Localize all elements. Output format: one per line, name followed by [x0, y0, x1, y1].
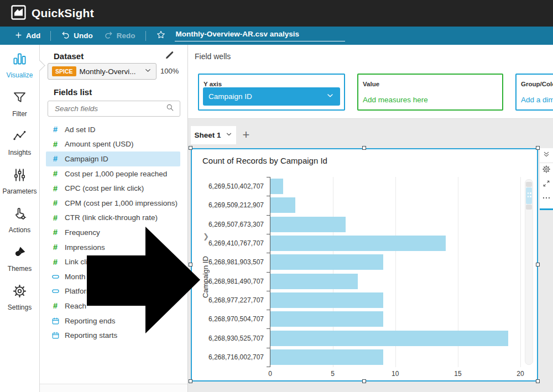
- chart-title: Count of Records by Campaign Id: [202, 156, 327, 165]
- axis-tick: [267, 310, 270, 310]
- field-item[interactable]: #Amount spent (USD): [46, 137, 180, 152]
- field-item[interactable]: #CPM (cost per 1,000 impressions): [46, 196, 180, 211]
- chevron-down-icon: [225, 130, 233, 140]
- axis-tick: [267, 234, 270, 234]
- expand-visual-button[interactable]: [540, 177, 553, 192]
- analysis-title-input[interactable]: Monthly-Overview-AR.csv analysis: [175, 30, 345, 41]
- y-tick-label: 6,269,509,212,907: [199, 201, 264, 209]
- scrollbar-grip-bottom[interactable]: [526, 205, 532, 210]
- selection-handle[interactable]: [536, 263, 540, 266]
- visual-options-button[interactable]: [540, 192, 553, 206]
- bar[interactable]: [270, 197, 295, 213]
- scrollbar-thumb[interactable]: [526, 187, 532, 204]
- funnel-icon: [12, 90, 27, 107]
- sidebar-item-themes[interactable]: Themes: [0, 238, 39, 277]
- field-item[interactable]: #Ad set ID: [46, 122, 180, 137]
- group-color-field-well[interactable]: Group/Color Add a dime: [515, 74, 553, 111]
- field-item[interactable]: #Link clicks: [46, 254, 180, 269]
- axis-tick: [267, 177, 270, 177]
- x-tick-label: 20: [511, 370, 530, 378]
- field-wells-bar: Field wells Y axis Campaign ID Value Add…: [188, 45, 553, 119]
- dataset-heading: Dataset: [54, 51, 84, 61]
- toolbar-divider: [145, 31, 146, 41]
- bar[interactable]: [270, 311, 383, 327]
- selection-handle[interactable]: [189, 379, 192, 383]
- paintbrush-icon: [12, 245, 27, 262]
- field-item[interactable]: #Reach: [46, 299, 180, 313]
- campaign-id-field-pill[interactable]: Campaign ID: [203, 87, 340, 106]
- sheet-tab[interactable]: Sheet 1: [191, 126, 236, 144]
- field-item[interactable]: #CTR (link click-through rate): [46, 211, 180, 226]
- bar[interactable]: [270, 274, 358, 289]
- sidebar-item-insights[interactable]: Insights: [0, 122, 39, 161]
- field-item[interactable]: Month: [46, 269, 180, 284]
- fields-panel-footer: [40, 384, 187, 392]
- field-item[interactable]: #CPC (cost per link click): [46, 181, 180, 196]
- edit-dataset-pencil-icon[interactable]: [164, 49, 175, 63]
- bar-chart-visual[interactable]: Count of Records by Campaign Id ❯ Campai…: [191, 148, 538, 381]
- toolbar-divider: [50, 31, 51, 41]
- field-item[interactable]: Reporting ends: [46, 313, 180, 328]
- dataset-selector-dropdown[interactable]: SPICE Monthly-Overvi...: [48, 63, 156, 80]
- field-item[interactable]: #Impressions: [46, 240, 180, 255]
- sidebar-item-actions[interactable]: Actions: [0, 200, 39, 238]
- sidebar-item-parameters[interactable]: Parameters: [0, 161, 39, 200]
- selection-handle[interactable]: [536, 379, 540, 383]
- sidebar-item-settings[interactable]: Settings: [0, 277, 39, 316]
- value-field-well[interactable]: Value Add measures here: [357, 74, 503, 111]
- axis-tick: [267, 348, 270, 348]
- bar[interactable]: [270, 292, 383, 308]
- sidebar-item-filter[interactable]: Filter: [0, 83, 39, 122]
- expand-icon: [542, 179, 551, 190]
- field-item[interactable]: #Cost per 1,000 people reached: [46, 166, 180, 181]
- quicksight-logo-icon: [11, 5, 26, 22]
- bar[interactable]: [270, 331, 508, 346]
- value-well-placeholder: Add measures here: [363, 96, 498, 104]
- y-axis-field-well[interactable]: Y axis Campaign ID: [198, 74, 345, 111]
- field-item[interactable]: Platform: [46, 284, 180, 299]
- y-tick-label: 6,269,507,673,307: [199, 221, 264, 228]
- add-sheet-button[interactable]: +: [239, 127, 253, 143]
- plus-icon: [14, 31, 23, 41]
- sidebar-item-visualize[interactable]: Visualize: [0, 45, 39, 83]
- star-icon: [156, 30, 166, 41]
- search-fields-input[interactable]: [48, 104, 165, 113]
- bar[interactable]: [270, 254, 383, 270]
- undo-button[interactable]: Undo: [55, 27, 98, 45]
- field-item[interactable]: #Campaign ID: [46, 151, 180, 166]
- app-top-bar: QuickSight: [0, 0, 553, 27]
- sliders-icon: [12, 168, 27, 185]
- bar[interactable]: [270, 217, 346, 232]
- search-fields-box: [48, 101, 180, 117]
- selection-handle[interactable]: [189, 146, 192, 150]
- selection-handle[interactable]: [362, 379, 366, 383]
- x-tick-label: 10: [386, 370, 405, 378]
- scrollbar-track[interactable]: [525, 179, 533, 365]
- visual-settings-button[interactable]: [540, 163, 553, 177]
- selection-handle[interactable]: [362, 146, 366, 150]
- bar-chart-icon: [12, 51, 27, 69]
- insights-icon: [12, 129, 27, 146]
- scrollbar-grip-top[interactable]: [526, 182, 532, 187]
- field-item[interactable]: #Frequency: [46, 225, 180, 240]
- axis-tick: [267, 291, 270, 291]
- dataset-panel: Dataset SPICE Monthly-Overvi... 100% Fie…: [40, 45, 188, 392]
- bar[interactable]: [270, 236, 446, 251]
- redo-button[interactable]: Redo: [98, 27, 141, 45]
- field-wells-heading: Field wells: [195, 52, 231, 61]
- y-tick-label: 6,268,970,504,707: [199, 315, 264, 323]
- collapse-visual-button[interactable]: [540, 148, 553, 163]
- y-tick-label: 6,268,977,227,707: [199, 296, 264, 304]
- selection-handle[interactable]: [189, 263, 192, 266]
- add-button[interactable]: Add: [9, 27, 46, 45]
- field-item[interactable]: Reporting starts: [46, 328, 180, 343]
- axis-tick: [267, 215, 270, 216]
- favorite-star-button[interactable]: [150, 27, 171, 45]
- axis-tick: [267, 253, 270, 253]
- y-tick-label: 6,269,510,402,707: [199, 182, 264, 190]
- bar[interactable]: [270, 179, 283, 194]
- bar[interactable]: [270, 349, 383, 365]
- selection-handle[interactable]: [536, 146, 540, 150]
- search-icon: [165, 103, 175, 114]
- axis-tick: [267, 328, 270, 329]
